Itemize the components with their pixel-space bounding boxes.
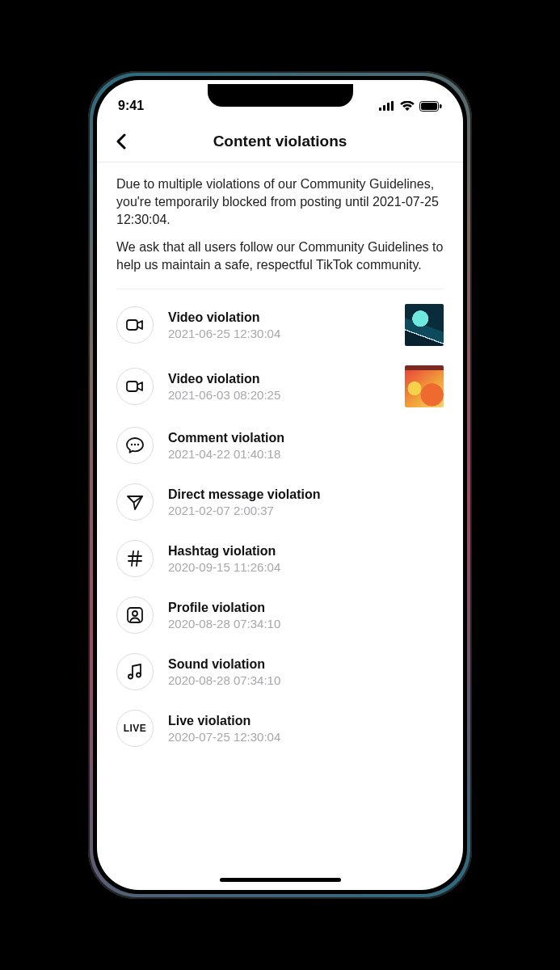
svg-point-19: [137, 673, 141, 677]
video-icon: [116, 368, 154, 405]
page-title: Content violations: [97, 133, 463, 150]
violation-timestamp: 2021-06-25 12:30:04: [168, 327, 390, 340]
svg-point-17: [133, 611, 137, 616]
intro-paragraph-1: Due to multiple violations of our Commun…: [116, 175, 444, 229]
violation-row[interactable]: Video violation2021-06-25 12:30:04: [116, 294, 444, 356]
svg-line-14: [132, 551, 133, 566]
status-indicators: [379, 101, 442, 112]
violation-thumbnail: [405, 365, 444, 407]
intro-paragraph-2: We ask that all users follow our Communi…: [116, 238, 444, 274]
violation-timestamp: 2020-08-28 07:34:10: [168, 673, 444, 687]
send-icon: [116, 483, 154, 521]
battery-icon: [419, 101, 442, 112]
violation-row[interactable]: Video violation2021-06-03 08:20:25: [116, 356, 444, 417]
violation-text: Profile violation2020-08-28 07:34:10: [168, 601, 444, 630]
svg-rect-1: [383, 105, 385, 111]
violation-title: Direct message violation: [168, 487, 444, 502]
violation-row[interactable]: LIVELive violation2020-07-25 12:30:04: [116, 700, 444, 757]
violation-row[interactable]: Profile violation2020-08-28 07:34:10: [116, 587, 444, 643]
violation-text: Live violation2020-07-25 12:30:04: [168, 714, 444, 744]
violation-timestamp: 2021-02-07 2:00:37: [168, 504, 444, 517]
violation-text: Video violation2021-06-03 08:20:25: [168, 372, 390, 402]
phone-bezel: 9:41 Content violations Due to multiple …: [93, 76, 467, 894]
violation-timestamp: 2020-07-25 12:30:04: [168, 730, 444, 744]
notch: [208, 84, 353, 107]
wifi-icon: [400, 101, 415, 111]
violation-thumbnail: [405, 304, 444, 346]
svg-point-10: [134, 444, 136, 445]
svg-line-15: [137, 551, 138, 566]
violation-title: Video violation: [168, 310, 390, 325]
violation-title: Comment violation: [168, 431, 444, 445]
svg-point-18: [128, 675, 133, 679]
violation-title: Profile violation: [168, 601, 444, 615]
svg-rect-7: [127, 320, 137, 330]
violation-title: Sound violation: [168, 657, 444, 672]
svg-rect-5: [421, 103, 437, 110]
screen: 9:41 Content violations Due to multiple …: [97, 80, 463, 890]
status-clock: 9:41: [118, 99, 144, 113]
violation-text: Sound violation2020-08-28 07:34:10: [168, 657, 444, 687]
svg-point-9: [131, 444, 133, 445]
chevron-left-icon: [115, 133, 128, 150]
violation-timestamp: 2020-08-28 07:34:10: [168, 617, 444, 630]
video-icon: [116, 306, 154, 344]
phone-frame: 9:41 Content violations Due to multiple …: [88, 71, 472, 899]
home-indicator[interactable]: [220, 878, 341, 882]
violation-timestamp: 2021-04-22 01:40:18: [168, 447, 444, 461]
divider: [116, 289, 444, 289]
violation-row[interactable]: Hashtag violation2020-09-15 11:26:04: [116, 530, 444, 587]
violation-text: Direct message violation2021-02-07 2:00:…: [168, 487, 444, 517]
svg-rect-0: [379, 108, 381, 111]
violation-text: Video violation2021-06-25 12:30:04: [168, 310, 390, 340]
violation-row[interactable]: Direct message violation2021-02-07 2:00:…: [116, 474, 444, 530]
violation-timestamp: 2021-06-03 08:20:25: [168, 388, 390, 402]
signal-icon: [379, 101, 395, 111]
hashtag-icon: [116, 540, 154, 577]
violation-list: Video violation2021-06-25 12:30:04Video …: [116, 294, 444, 757]
violation-timestamp: 2020-09-15 11:26:04: [168, 560, 444, 574]
svg-rect-16: [128, 608, 142, 622]
svg-rect-8: [127, 382, 137, 391]
profile-icon: [116, 597, 154, 634]
svg-point-11: [137, 444, 139, 445]
violation-row[interactable]: Sound violation2020-08-28 07:34:10: [116, 643, 444, 700]
comment-icon: [116, 427, 154, 464]
nav-bar: Content violations: [97, 120, 463, 162]
content-area: Due to multiple violations of our Commun…: [97, 162, 463, 890]
back-button[interactable]: [107, 127, 136, 156]
violation-title: Hashtag violation: [168, 544, 444, 559]
sound-icon: [116, 653, 154, 690]
svg-rect-2: [387, 103, 389, 111]
svg-rect-6: [440, 104, 442, 108]
violation-title: Live violation: [168, 714, 444, 728]
violation-text: Comment violation2021-04-22 01:40:18: [168, 431, 444, 461]
live-icon: LIVE: [116, 710, 154, 747]
violation-text: Hashtag violation2020-09-15 11:26:04: [168, 544, 444, 574]
intro-text: Due to multiple violations of our Commun…: [116, 175, 444, 274]
svg-rect-3: [391, 101, 394, 111]
violation-title: Video violation: [168, 372, 390, 386]
violation-row[interactable]: Comment violation2021-04-22 01:40:18: [116, 417, 444, 474]
